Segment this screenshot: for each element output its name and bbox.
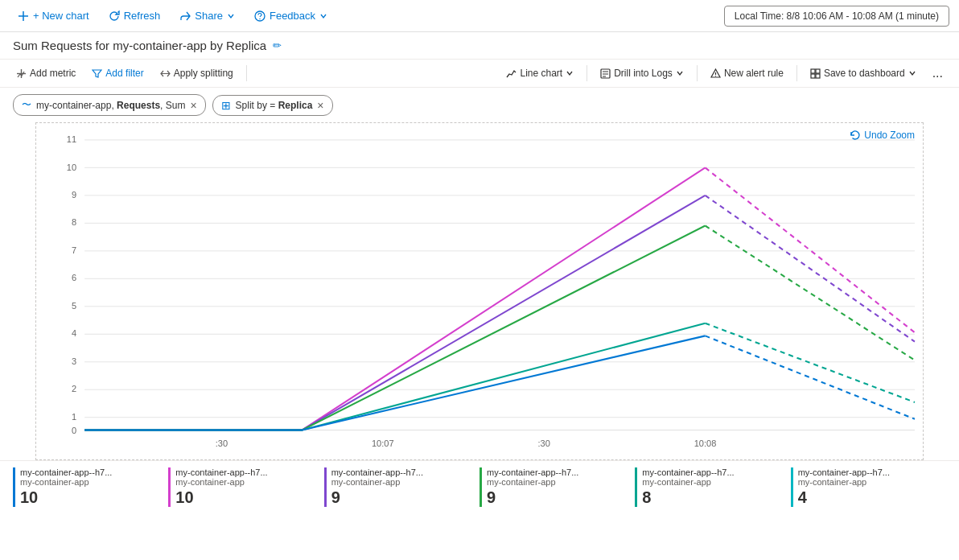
refresh-button[interactable]: Refresh (101, 5, 169, 27)
chart-svg: 0 1 2 3 4 5 6 7 8 9 10 11 :30 10:07 :30 … (36, 123, 923, 459)
legend-item-sub: my-container-app (20, 477, 168, 487)
drill-into-logs-button[interactable]: Drill into Logs (594, 64, 690, 83)
feedback-button[interactable]: Feedback (246, 5, 335, 27)
legend-item-value: 8 (642, 488, 790, 507)
legend-item-name: my-container-app--h7... (175, 467, 323, 477)
svg-rect-15 (816, 74, 820, 78)
save-to-dashboard-button[interactable]: Save to dashboard (804, 64, 923, 83)
legend-item: my-container-app--h7... my-container-app… (635, 467, 790, 507)
svg-text:9: 9 (72, 190, 76, 200)
svg-point-11 (715, 75, 716, 76)
svg-text:8: 8 (72, 217, 76, 227)
filter-tag-split-label: Split by = Replica (236, 100, 313, 111)
chevron-down-icon (908, 69, 916, 77)
refresh-icon (109, 10, 120, 22)
dashboard-icon (810, 68, 821, 79)
legend-item-value: 10 (20, 488, 168, 507)
filter-tag-metric: 〜 my-container-app, Requests, Sum × (13, 94, 206, 116)
undo-icon (850, 130, 861, 141)
legend-item-name: my-container-app--h7... (798, 467, 946, 477)
chart-toolbar: Add metric Add filter Apply splitting Li… (0, 59, 959, 88)
chevron-down-icon (319, 12, 327, 20)
logs-icon (600, 68, 611, 79)
split-tag-icon: ⊞ (221, 99, 231, 112)
separator (796, 65, 797, 81)
svg-text:7: 7 (72, 245, 76, 255)
share-icon (179, 10, 191, 22)
legend-item-sub: my-container-app (175, 477, 323, 487)
separator (587, 65, 587, 81)
add-metric-icon (16, 68, 27, 79)
filter-icon (92, 68, 102, 79)
svg-text::30: :30 (216, 439, 228, 448)
line-chart-button[interactable]: Line chart (500, 64, 580, 83)
svg-rect-14 (811, 74, 815, 78)
alert-icon (710, 68, 721, 79)
svg-text:10: 10 (67, 162, 76, 171)
filter-tag-metric-label: my-container-app, Requests, Sum (36, 100, 185, 111)
svg-point-2 (255, 11, 265, 21)
legend-item-sub: my-container-app (642, 477, 790, 487)
remove-split-filter-button[interactable]: × (317, 100, 323, 111)
legend-item-value: 9 (331, 488, 480, 507)
svg-point-3 (259, 18, 260, 19)
legend-item-value: 4 (798, 488, 946, 507)
legend-item-sub: my-container-app (331, 477, 480, 487)
svg-text:10:08: 10:08 (694, 439, 717, 448)
legend-item-name: my-container-app--h7... (642, 467, 790, 477)
feedback-icon (254, 10, 265, 22)
legend-item: my-container-app--h7... my-container-app… (324, 467, 480, 507)
legend-item-name: my-container-app--h7... (487, 467, 635, 477)
svg-text:0: 0 (72, 425, 76, 434)
separator (246, 65, 247, 81)
remove-metric-filter-button[interactable]: × (190, 100, 196, 111)
line-chart-icon (506, 68, 517, 79)
svg-text:10:07: 10:07 (372, 439, 394, 448)
legend-item-name: my-container-app--h7... (20, 467, 168, 477)
page-title: Sum Requests for my-container-app by Rep… (13, 39, 266, 52)
add-filter-button[interactable]: Add filter (85, 64, 150, 83)
chevron-down-icon (227, 12, 235, 20)
add-metric-button[interactable]: Add metric (10, 64, 82, 83)
chevron-down-icon (566, 69, 574, 77)
apply-splitting-button[interactable]: Apply splitting (154, 64, 240, 83)
chart-container: Undo Zoom 0 1 2 3 4 5 6 7 8 9 (35, 122, 924, 460)
svg-text:2: 2 (72, 384, 76, 393)
legend-item-name: my-container-app--h7... (331, 467, 480, 477)
legend-item-sub: my-container-app (798, 477, 946, 487)
filter-tag-split: ⊞ Split by = Replica × (212, 95, 333, 116)
top-toolbar-right: Local Time: 8/8 10:06 AM - 10:08 AM (1 m… (724, 6, 949, 27)
metric-icon: 〜 (22, 98, 31, 112)
svg-text:6: 6 (72, 273, 76, 282)
svg-text::30: :30 (537, 439, 549, 448)
legend-item-value: 10 (175, 488, 323, 507)
top-toolbar: + New chart Refresh Share Feedback Local… (0, 0, 959, 32)
top-toolbar-left: + New chart Refresh Share Feedback (10, 5, 335, 27)
chevron-down-icon (676, 69, 684, 77)
svg-text:3: 3 (72, 356, 76, 366)
more-options-button[interactable]: ... (926, 63, 949, 84)
legend-item-sub: my-container-app (487, 477, 635, 487)
title-bar: Sum Requests for my-container-app by Rep… (0, 32, 959, 59)
new-chart-button[interactable]: + New chart (10, 5, 97, 27)
legend-item: my-container-app--h7... my-container-app… (13, 467, 168, 507)
svg-text:1: 1 (72, 412, 76, 422)
legend-item-value: 9 (487, 488, 635, 507)
filter-bar: 〜 my-container-app, Requests, Sum × ⊞ Sp… (0, 88, 959, 122)
legend-bar: my-container-app--h7... my-container-app… (0, 460, 959, 513)
svg-text:5: 5 (72, 301, 76, 311)
share-button[interactable]: Share (171, 5, 243, 27)
svg-text:11: 11 (67, 134, 76, 144)
split-icon (160, 68, 171, 79)
edit-icon[interactable]: ✏ (273, 39, 282, 51)
undo-zoom-button[interactable]: Undo Zoom (850, 130, 915, 141)
legend-item: my-container-app--h7... my-container-app… (168, 467, 323, 507)
svg-rect-13 (816, 69, 820, 73)
time-range-button[interactable]: Local Time: 8/8 10:06 AM - 10:08 AM (1 m… (724, 6, 949, 27)
separator (697, 65, 698, 81)
chart-wrapper: ‹ Undo Zoom 0 1 2 3 4 5 6 (0, 122, 959, 460)
chart-toolbar-right: Line chart Drill into Logs New alert rul… (500, 63, 949, 84)
legend-item: my-container-app--h7... my-container-app… (791, 467, 946, 507)
plus-icon (18, 10, 29, 22)
new-alert-rule-button[interactable]: New alert rule (704, 64, 790, 83)
